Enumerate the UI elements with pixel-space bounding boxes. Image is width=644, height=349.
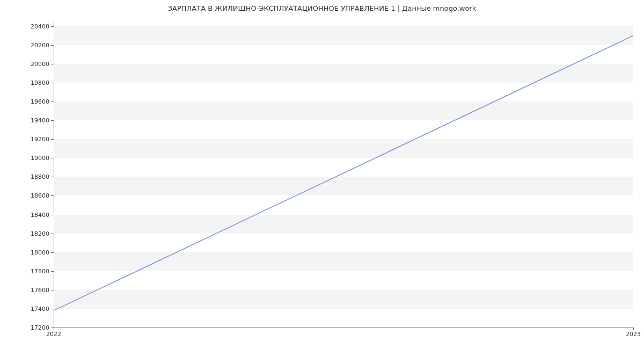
y-tick-label: 19600 — [17, 98, 49, 105]
y-tick-label: 19200 — [17, 136, 49, 143]
y-tick-mark — [51, 26, 54, 27]
y-tick-mark — [51, 309, 54, 309]
chart-line-layer — [54, 21, 633, 328]
y-tick-label: 19000 — [17, 155, 49, 162]
y-tick-label: 18000 — [17, 249, 49, 256]
y-tick-mark — [51, 215, 54, 215]
y-tick-label: 18800 — [17, 173, 49, 180]
y-tick-mark — [51, 139, 54, 140]
y-tick-label: 18600 — [17, 192, 49, 199]
y-tick-label: 18200 — [17, 230, 49, 237]
y-tick-mark — [51, 252, 54, 253]
y-tick-mark — [51, 195, 54, 196]
x-tick-mark — [54, 328, 54, 330]
y-tick-label: 17600 — [17, 286, 49, 293]
y-tick-label: 19400 — [17, 117, 49, 124]
y-tick-label: 18400 — [17, 211, 49, 218]
y-tick-label: 20000 — [17, 60, 49, 67]
plot-area — [54, 21, 633, 328]
y-tick-mark — [51, 64, 54, 64]
y-tick-mark — [51, 101, 54, 102]
x-tick-mark — [633, 328, 634, 330]
y-tick-mark — [51, 290, 54, 290]
data-line — [54, 35, 633, 310]
x-tick-label: 2022 — [46, 331, 61, 338]
y-tick-label: 17800 — [17, 267, 49, 274]
y-tick-mark — [51, 234, 54, 234]
y-tick-mark — [51, 45, 54, 46]
y-tick-mark — [51, 271, 54, 272]
x-tick-label: 2023 — [626, 331, 641, 338]
x-axis-line — [54, 328, 633, 328]
y-tick-mark — [51, 83, 54, 83]
y-tick-label: 17400 — [17, 305, 49, 312]
y-tick-mark — [51, 177, 54, 177]
y-tick-mark — [51, 158, 54, 158]
y-tick-label: 17200 — [17, 324, 49, 331]
y-tick-label: 20200 — [17, 41, 49, 48]
y-tick-label: 20400 — [17, 23, 49, 30]
chart-title: ЗАРПЛАТА В ЖИЛИЩНО-ЭКСПЛУАТАЦИОННОЕ УПРА… — [0, 4, 644, 12]
y-tick-label: 19800 — [17, 79, 49, 86]
y-tick-mark — [51, 120, 54, 121]
